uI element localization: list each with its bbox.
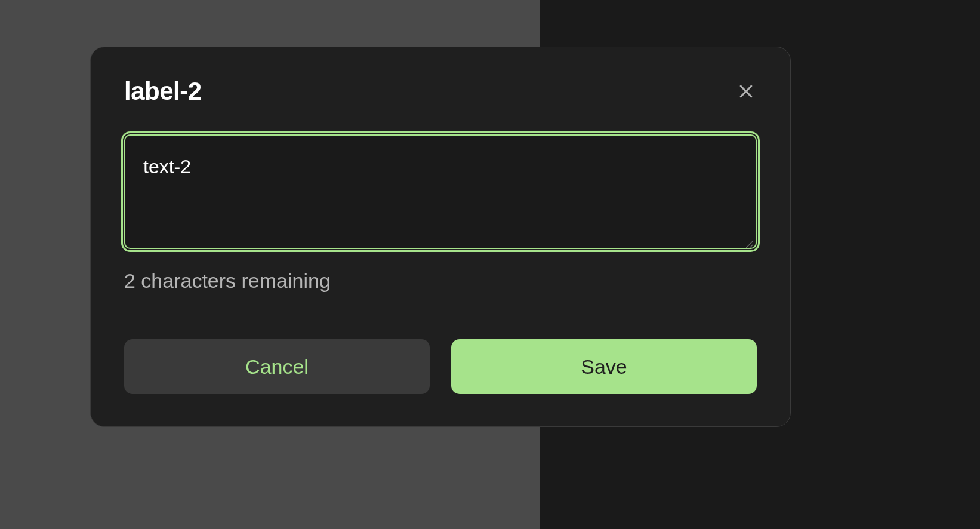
save-button[interactable]: Save xyxy=(451,339,757,394)
modal-actions: Cancel Save xyxy=(124,339,757,394)
character-counter: 2 characters remaining xyxy=(124,269,757,293)
close-icon xyxy=(737,82,755,100)
modal-title: label-2 xyxy=(124,77,202,106)
edit-label-modal: label-2 2 characters remaining Cancel Sa… xyxy=(90,47,791,427)
label-text-input[interactable] xyxy=(124,134,757,249)
modal-header: label-2 xyxy=(124,77,757,106)
textarea-wrapper xyxy=(124,134,757,251)
close-button[interactable] xyxy=(735,81,757,102)
cancel-button[interactable]: Cancel xyxy=(124,339,430,394)
